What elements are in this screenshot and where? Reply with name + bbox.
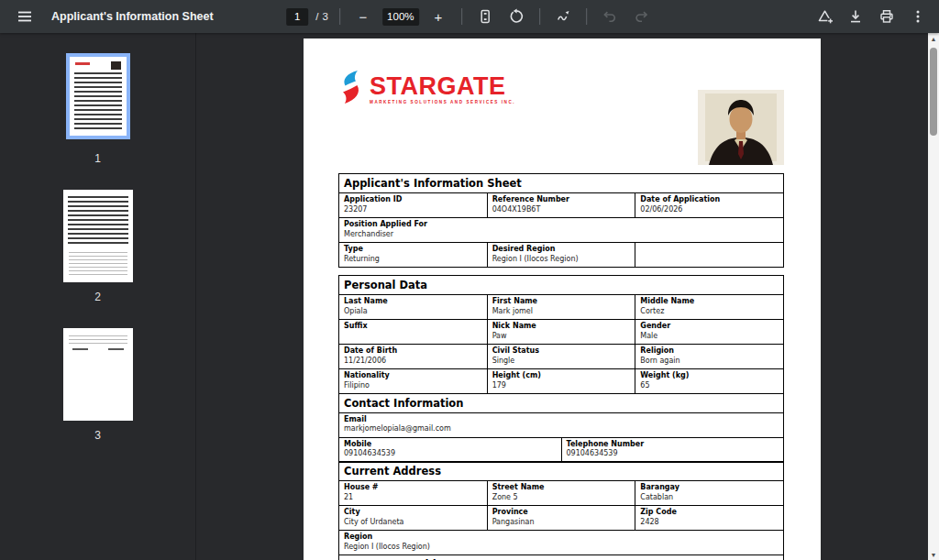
zoom-in-button[interactable]: + [426, 5, 450, 28]
field-weight: Weight (kg) 65 [635, 369, 784, 394]
field-application-id: Application ID 23207 [339, 193, 488, 218]
menu-icon [17, 8, 33, 25]
section-title: Personal Data [339, 276, 784, 295]
page-number-input[interactable] [286, 8, 308, 26]
field-date-of-birth: Date of Birth 11/21/2006 [339, 345, 488, 369]
mini-signature-line [108, 348, 124, 350]
toolbar-separator [461, 8, 462, 25]
zoom-in-icon: + [434, 9, 442, 25]
undo-icon [602, 8, 618, 25]
mini-photo [111, 61, 121, 70]
menu-button[interactable] [13, 5, 37, 28]
scrollbar-thumb[interactable] [930, 48, 937, 136]
thumbnail-page-3[interactable]: 3 [63, 328, 133, 442]
scroll-up-arrow-icon[interactable]: ▲ [928, 33, 939, 44]
personal-data-table: Personal Data Last Name Opiala First Nam… [338, 275, 784, 394]
mini-table-rows [74, 72, 122, 131]
thumbnail-label: 2 [94, 291, 101, 303]
mini-logo [75, 62, 90, 65]
field-reference-number: Reference Number 04O4X19B6T [487, 193, 635, 218]
field-desired-region: Desired Region Region I (Ilocos Region) [487, 243, 635, 268]
field-house-number: House # 21 [339, 481, 488, 506]
company-logo: STARGATE MARKETING SOLUTIONS AND SERVICE… [338, 70, 515, 108]
download-button[interactable] [844, 5, 867, 28]
field-civil-status: Civil Status Single [487, 345, 635, 369]
section-title: Applicant's Information Sheet [339, 174, 784, 193]
mini-signature-line [72, 348, 88, 350]
mini-table-rows [68, 196, 128, 247]
toolbar-separator [339, 8, 340, 25]
permanent-address-table: Permanent Address [338, 555, 784, 560]
applicant-info-table: Applicant's Information Sheet Applicatio… [338, 173, 784, 268]
scroll-down-arrow-icon[interactable]: ▼ [928, 549, 939, 560]
fit-page-icon [477, 8, 493, 25]
zoom-level[interactable]: 100% [382, 8, 419, 26]
zoom-out-icon: − [359, 9, 367, 25]
fit-page-button[interactable] [473, 5, 497, 28]
mini-text-lines [69, 335, 127, 346]
section-title: Current Address [339, 462, 784, 481]
viewer-content: 1 2 3 [0, 33, 939, 560]
field-last-name: Last Name Opiala [339, 295, 488, 320]
rotate-ccw-icon [508, 8, 525, 25]
field-middle-name: Middle Name Cortez [635, 295, 784, 320]
field-telephone: Telephone Number 09104634539 [561, 437, 784, 462]
field-city: City City of Urdaneta [339, 506, 488, 531]
add-to-drive-button[interactable] [812, 5, 836, 28]
field-zip-code: Zip Code 2428 [635, 506, 784, 531]
ink-annotate-icon [555, 8, 571, 25]
redo-button[interactable] [629, 5, 653, 28]
undo-button[interactable] [598, 5, 622, 28]
applicant-photo [698, 90, 784, 165]
annotate-button[interactable] [551, 5, 575, 28]
thumbnail-sidebar: 1 2 3 [0, 33, 196, 560]
field-religion: Religion Born again [635, 345, 784, 369]
mini-text-lines [69, 252, 127, 276]
current-address-table: Current Address House # 21 Street Name Z… [338, 461, 784, 555]
field-gender: Gender Male [635, 320, 784, 345]
logo-tagline: MARKETING SOLUTIONS AND SERVICES INC. [370, 100, 515, 104]
field-province: Province Pangasinan [487, 506, 635, 531]
section-title: Contact Information [339, 393, 784, 412]
more-options-button[interactable] [906, 5, 930, 28]
pdf-page-1: STARGATE MARKETING SOLUTIONS AND SERVICE… [304, 38, 821, 560]
zoom-out-button[interactable]: − [351, 5, 375, 28]
thumbnail-label: 3 [94, 429, 101, 442]
rotate-button[interactable] [504, 5, 528, 28]
vertical-scrollbar[interactable]: ▲ ▼ [928, 33, 939, 560]
field-mobile: Mobile 09104634539 [339, 437, 562, 462]
print-button[interactable] [875, 5, 899, 28]
thumbnail-image-2[interactable] [63, 190, 133, 282]
more-vert-icon [910, 8, 926, 25]
download-icon [847, 8, 864, 25]
field-nationality: Nationality Filipino [339, 369, 488, 394]
field-nick-name: Nick Name Paw [487, 320, 635, 345]
thumbnail-label: 1 [94, 152, 101, 165]
redo-icon [633, 8, 649, 25]
toolbar-separator [586, 8, 587, 25]
field-first-name: First Name Mark jomel [487, 295, 635, 320]
thumbnail-image-1[interactable] [66, 53, 130, 139]
pdf-viewer-area: STARGATE MARKETING SOLUTIONS AND SERVICE… [196, 33, 939, 560]
print-icon [878, 8, 895, 25]
contact-info-table: Contact Information Email markjomelopial… [338, 393, 784, 463]
field-suffix: Suffix [339, 320, 488, 345]
field-date-of-application: Date of Application 02/06/2026 [635, 193, 784, 218]
field-email: Email markjomelopiala@gmail.com [339, 412, 784, 437]
field-type: Type Returning [339, 243, 488, 268]
section-title: Permanent Address [339, 555, 784, 560]
pdf-toolbar: Applicant's Information Sheet /3 − 100% … [0, 0, 939, 33]
stargate-logo-mark-icon [338, 70, 366, 108]
document-title: Applicant's Information Sheet [51, 10, 214, 23]
toolbar-separator [539, 8, 540, 25]
page-count: /3 [315, 11, 328, 22]
thumbnail-page-1[interactable]: 1 [66, 51, 130, 165]
empty-cell [635, 243, 784, 268]
logo-name: STARGATE [370, 74, 515, 99]
field-position-applied-for: Position Applied For Merchandiser [339, 218, 784, 243]
field-street-name: Street Name Zone 5 [487, 481, 635, 506]
thumbnail-image-3[interactable] [63, 328, 133, 421]
field-height: Height (cm) 179 [487, 369, 635, 394]
thumbnail-page-2[interactable]: 2 [63, 190, 133, 303]
field-barangay: Barangay Catablan [635, 481, 784, 506]
